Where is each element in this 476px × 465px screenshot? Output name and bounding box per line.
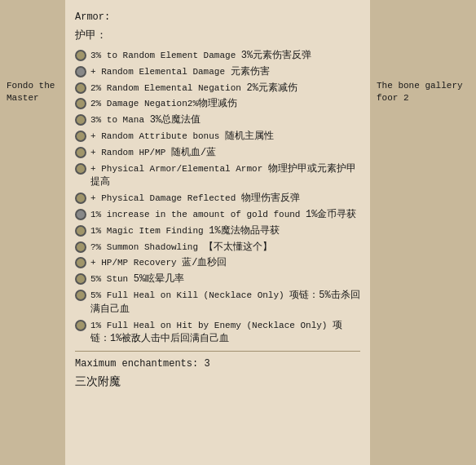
list-item: 2% Random Elemental Negation 2%元素减伤 (75, 82, 360, 95)
right-sidebar: The bone gallery foor 2 (370, 0, 476, 465)
bullet-icon (75, 98, 86, 109)
item-text: 2% Random Elemental Negation 2%元素减伤 (90, 82, 298, 95)
bullet-icon (75, 209, 86, 220)
bullet-icon (75, 257, 86, 268)
bullet-icon (75, 193, 86, 204)
item-text: 5% Full Heal on Kill (Necklace Only) 项链：… (90, 289, 360, 317)
list-item: 1% Magic Item Finding 1%魔法物品寻获 (75, 224, 360, 238)
item-text: 1% Magic Item Finding 1%魔法物品寻获 (90, 224, 280, 238)
sidebar-label-line1: Fondo the (7, 81, 55, 91)
item-text: 1% increase in the amount of gold found … (90, 208, 356, 222)
bullet-icon (75, 131, 86, 142)
left-sidebar: Fondo the Master (0, 0, 65, 465)
list-item: 1% Full Heal on Hit by Enemy (Necklace O… (75, 319, 360, 347)
item-text: + Physical Armor/Elemental Armor 物理护甲或元素… (90, 162, 360, 190)
list-item: 2% Damage Negation2%物理减伤 (75, 97, 360, 111)
list-item: + Random Attribute bonus 随机主属性 (75, 130, 360, 144)
bullet-icon (75, 114, 86, 126)
bullet-icon (75, 50, 86, 61)
list-item: 5% Full Heal on Kill (Necklace Only) 项链：… (75, 289, 360, 317)
list-item: + Physical Armor/Elemental Armor 物理护甲或元素… (75, 162, 360, 190)
list-item: + Random Elemental Damage 元素伤害 (75, 65, 360, 79)
chinese-footer: 三次附魔 (75, 374, 360, 389)
sidebar-label: Fondo the Master (7, 80, 55, 105)
list-item: 1% increase in the amount of gold found … (75, 208, 360, 222)
bullet-icon (75, 273, 86, 285)
bullet-icon (75, 66, 86, 78)
main-container: Fondo the Master Armor: 护甲： 3% to Random… (0, 0, 476, 465)
right-label: The bone gallery foor 2 (377, 80, 469, 105)
list-item: 3% to Mana 3%总魔法值 (75, 113, 360, 127)
item-text: 5% Stun 5%眩晕几率 (90, 272, 184, 286)
item-text: ?% Summon Shadowling 【不太懂这个】 (90, 241, 272, 255)
item-text: 3% to Mana 3%总魔法值 (90, 113, 201, 127)
item-list: 3% to Random Element Damage 3%元素伤害反弹 + R… (75, 49, 360, 346)
item-text: + HP/MP Recovery 蓝/血秒回 (90, 256, 227, 270)
list-item: 3% to Random Element Damage 3%元素伤害反弹 (75, 49, 360, 63)
bullet-icon (75, 320, 86, 331)
content-area: Armor: 护甲： 3% to Random Element Damage 3… (65, 0, 370, 465)
item-text: + Random Attribute bonus 随机主属性 (90, 130, 274, 144)
divider (75, 351, 360, 352)
bullet-icon (75, 290, 86, 301)
list-item: ?% Summon Shadowling 【不太懂这个】 (75, 241, 360, 255)
bullet-icon (75, 82, 86, 94)
bullet-icon (75, 163, 86, 175)
sidebar-label-line2: Master (7, 93, 39, 103)
list-item: + Physical Damage Reflected 物理伤害反弹 (75, 192, 360, 206)
list-item: + HP/MP Recovery 蓝/血秒回 (75, 256, 360, 270)
item-text: 2% Damage Negation2%物理减伤 (90, 97, 237, 111)
bullet-icon (75, 241, 86, 253)
item-text: + Random Elemental Damage 元素伤害 (90, 65, 270, 79)
bullet-icon (75, 225, 86, 237)
item-text: + Random HP/MP 随机血/蓝 (90, 146, 216, 160)
list-item: + Random HP/MP 随机血/蓝 (75, 146, 360, 160)
item-text: + Physical Damage Reflected 物理伤害反弹 (90, 192, 300, 206)
max-enchantments: Maximum enchantments: 3 (75, 358, 360, 370)
list-item: 5% Stun 5%眩晕几率 (75, 272, 360, 286)
armor-chinese-header: 护甲： (75, 28, 360, 42)
item-text: 3% to Random Element Damage 3%元素伤害反弹 (90, 49, 311, 63)
bullet-icon (75, 147, 86, 158)
item-text: 1% Full Heal on Hit by Enemy (Necklace O… (90, 319, 360, 347)
armor-header: Armor: (75, 11, 360, 23)
